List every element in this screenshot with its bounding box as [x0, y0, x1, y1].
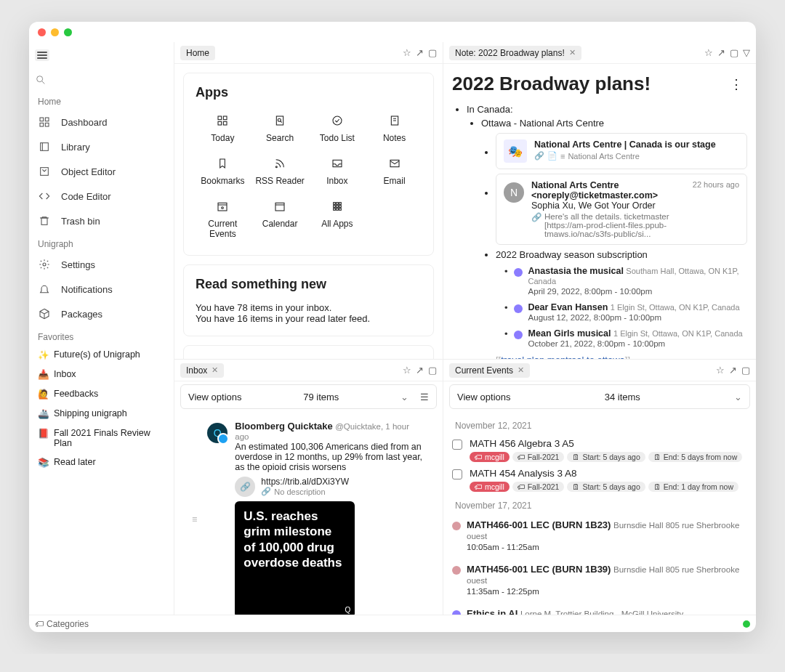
bullet-ottawa: Ottawa - National Arts Centre — [481, 118, 747, 129]
todo-item[interactable]: MATH 454 Analysis 3 A8 🏷 mcgill 🏷 Fall-2… — [452, 465, 747, 495]
tweet-url-card[interactable]: 🔗 https://trib.al/dDXi3YW 🔗 No descripti… — [235, 477, 425, 497]
app-all-apps[interactable]: All Apps — [310, 196, 365, 243]
view-options-events[interactable]: View options 34 items ⌄ — [449, 384, 750, 409]
window-maximize[interactable] — [64, 28, 72, 36]
tab-close-icon[interactable]: ✕ — [569, 48, 576, 57]
chevron-down-icon[interactable]: ⌄ — [734, 392, 742, 402]
email-card[interactable]: N National Arts Centre <noreply@ticketma… — [496, 174, 747, 245]
popout-icon[interactable]: ↗ — [416, 47, 424, 58]
tweet-item[interactable]: ≡ Q Bloomberg Quicktake @Quicktake, 1 ho… — [183, 415, 434, 615]
svg-line-1 — [42, 81, 44, 84]
popout-icon[interactable]: ↗ — [729, 365, 737, 376]
svg-point-0 — [37, 76, 43, 82]
window-minimize[interactable] — [51, 28, 59, 36]
star-icon[interactable]: ☆ — [716, 365, 725, 376]
tweet-preview-image[interactable]: U.S. reaches grim milestone of 100,000 d… — [235, 501, 355, 615]
sidebar-item-dashboard[interactable]: Dashboard — [29, 110, 174, 134]
app-notes[interactable]: Notes — [367, 110, 422, 147]
bullet-in-canada: In Canada: — [467, 104, 747, 115]
tab-close-icon[interactable]: ✕ — [518, 365, 524, 375]
app-bookmarks[interactable]: Bookmarks — [196, 153, 250, 190]
chip-tag[interactable]: 🏷 Fall-2021 — [512, 482, 565, 492]
star-icon[interactable]: ☆ — [704, 47, 713, 58]
drag-handle-icon[interactable]: ≡ — [192, 514, 197, 525]
window-close[interactable] — [38, 28, 46, 36]
maximize-icon[interactable]: ▢ — [741, 365, 750, 376]
sidebar-item-settings[interactable]: Settings — [29, 252, 174, 277]
categories-label[interactable]: Categories — [47, 619, 89, 629]
favorite-item[interactable]: ✨Future(s) of Unigraph — [29, 345, 174, 365]
todo-checkbox[interactable] — [452, 469, 462, 479]
popout-icon[interactable]: ↗ — [416, 365, 424, 376]
maximize-icon[interactable]: ▢ — [428, 47, 437, 58]
show-location: 1 Elgin St, Ottawa, ON K1P, Canada — [611, 303, 740, 312]
svg-rect-11 — [218, 116, 222, 120]
calendar-icon — [254, 201, 306, 216]
inbox-icon — [312, 158, 363, 173]
sidebar-item-library[interactable]: Library — [29, 134, 174, 159]
maximize-icon[interactable]: ▢ — [428, 365, 437, 376]
favorite-item[interactable]: 🙋Feedbacks — [29, 384, 174, 404]
todo-chips: 🏷 mcgill 🏷 Fall-2021 🗓 Start: 5 days ago… — [470, 482, 747, 492]
tab-home[interactable]: Home — [180, 46, 215, 60]
star-icon[interactable]: ☆ — [403, 365, 411, 376]
app-email[interactable]: Email — [367, 153, 422, 190]
todo-item[interactable]: MATH 456 Algebra 3 A5 🏷 mcgill 🏷 Fall-20… — [452, 435, 747, 465]
event-dot-icon — [452, 522, 461, 530]
sidebar-item-trash-bin[interactable]: Trash bin — [29, 209, 174, 233]
star-icon[interactable]: ☆ — [403, 47, 411, 58]
popout-icon[interactable]: ↗ — [717, 47, 725, 58]
chip-tag[interactable]: 🏷 mcgill — [470, 482, 510, 492]
show-item[interactable]: • Dear Evan Hansen 1 Elgin St, Ottawa, O… — [504, 299, 747, 325]
app-calendar[interactable]: Calendar — [253, 196, 307, 243]
calendar-event[interactable]: MATH466-001 LEC (BURN 1B23) Burnsdie Hal… — [452, 517, 747, 555]
svg-rect-35 — [339, 206, 342, 208]
sidebar-item-object-editor[interactable]: Object Editor — [29, 159, 174, 184]
sidebar-item-packages[interactable]: Packages — [29, 301, 174, 326]
tag-icon[interactable]: 🏷 — [35, 619, 44, 629]
chip-tag[interactable]: 🏷 Fall-2021 — [512, 452, 565, 462]
show-item[interactable]: • Mean Girls musical 1 Elgin St, Ottawa,… — [504, 325, 747, 352]
chevron-down-icon[interactable]: ⌄ — [400, 392, 408, 402]
calendar-event[interactable]: Ethics in AI Lorne M. Trottier Building … — [452, 605, 747, 615]
chip-tag[interactable]: 🏷 mcgill — [470, 452, 510, 462]
show-item[interactable]: • Anastasia the musical Southam Hall, Ot… — [504, 263, 747, 299]
section-home: Home — [29, 91, 174, 110]
trash-icon — [38, 214, 51, 227]
todo-checkbox[interactable] — [452, 440, 462, 450]
event-dot-icon — [514, 268, 523, 277]
nac-link-card[interactable]: 🎭 National Arts Centre | Canada is our s… — [496, 133, 747, 169]
svg-rect-30 — [334, 203, 336, 205]
favorite-item[interactable]: 📥Inbox — [29, 365, 174, 384]
favorite-item[interactable]: 📕Fall 2021 Finals Review Plan — [29, 424, 174, 453]
app-rss-reader[interactable]: RSS Reader — [253, 153, 307, 190]
app-todo-list[interactable]: Todo List — [310, 110, 365, 147]
fav-emoji-icon: 📚 — [38, 457, 49, 468]
todo-title: MATH 456 Algebra 3 A5 — [470, 438, 747, 449]
item-count: 34 items — [605, 392, 640, 402]
sort-icon[interactable]: ☰ — [420, 392, 429, 402]
maximize-icon[interactable]: ▢ — [730, 47, 738, 58]
sidebar-item-notifications[interactable]: Notifications — [29, 277, 174, 301]
app-search[interactable]: Search — [253, 110, 307, 147]
app-current-events[interactable]: Current Events — [196, 196, 250, 243]
app-inbox[interactable]: Inbox — [310, 153, 365, 190]
todo-title: MATH 454 Analysis 3 A8 — [470, 468, 747, 479]
rss-icon — [254, 158, 306, 173]
favorite-item[interactable]: 📚Read later — [29, 453, 174, 472]
more-menu-icon[interactable]: ⋮ — [730, 76, 743, 92]
sidebar-item-code-editor[interactable]: Code Editor — [29, 184, 174, 209]
tab-current-events[interactable]: Current Events ✕ — [449, 363, 530, 378]
tab-note[interactable]: Note: 2022 Broadway plans! ✕ — [449, 46, 581, 60]
tab-close-icon[interactable]: ✕ — [212, 365, 218, 375]
search-icon[interactable] — [35, 74, 168, 88]
app-today[interactable]: Today — [196, 110, 250, 147]
favorite-item[interactable]: 🚢Shipping unigraph — [29, 404, 174, 424]
tab-inbox[interactable]: Inbox ✕ — [180, 363, 224, 378]
filter-icon[interactable]: ▽ — [743, 47, 750, 58]
view-options-inbox[interactable]: View options 79 items ⌄ ☰ — [180, 384, 437, 409]
email-when: 22 hours ago — [693, 180, 739, 189]
calendar-event[interactable]: MATH456-001 LEC (BURN 1B39) Burnsdie Hal… — [452, 561, 747, 599]
tab-label: Current Events — [455, 365, 513, 376]
menu-button[interactable] — [35, 49, 49, 61]
